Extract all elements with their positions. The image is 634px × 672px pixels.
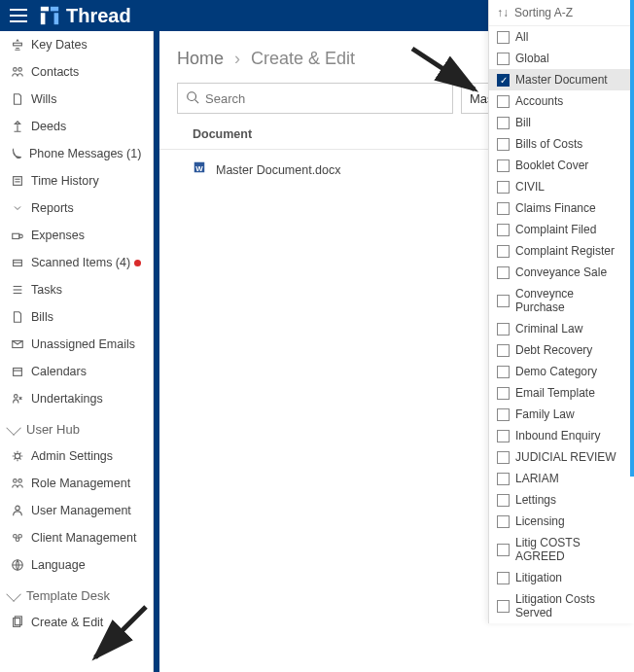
brand: Thread bbox=[39, 5, 131, 27]
sidebar-item-label: Role Management bbox=[31, 477, 130, 490]
checkbox-icon bbox=[497, 295, 510, 307]
filter-option[interactable]: Claims Finance bbox=[489, 197, 634, 219]
filter-option-label: Inbound Enquiry bbox=[515, 429, 600, 442]
sidebar-item-label: Undertakings bbox=[31, 392, 103, 406]
sidebar-item-label: Reports bbox=[31, 201, 74, 215]
filter-option[interactable]: ✓Master Document bbox=[489, 69, 634, 90]
sidebar-item[interactable]: Tasks bbox=[0, 276, 153, 303]
filter-option[interactable]: Accounts bbox=[489, 90, 634, 112]
svg-rect-2 bbox=[51, 7, 58, 12]
filter-option-label: Demo Category bbox=[515, 365, 597, 378]
sidebar-section-header[interactable]: User Hub bbox=[0, 412, 153, 442]
sidebar-item-label: Language bbox=[31, 558, 86, 572]
sidebar-item[interactable]: User Management bbox=[0, 497, 153, 524]
filter-option-label: Litigation bbox=[515, 571, 562, 584]
checkbox-icon bbox=[497, 181, 510, 194]
sidebar-item-label: Wills bbox=[31, 92, 56, 106]
filter-option[interactable]: Family Law bbox=[489, 404, 634, 425]
svg-point-27 bbox=[16, 538, 19, 542]
filter-option[interactable]: Lettings bbox=[489, 489, 634, 511]
filter-option[interactable]: Inbound Enquiry bbox=[489, 425, 634, 446]
checkbox-icon bbox=[497, 572, 510, 584]
sidebar-item-icon bbox=[10, 364, 25, 379]
sidebar-item[interactable]: Calendars bbox=[0, 358, 153, 385]
filter-option[interactable]: Debt Recovery bbox=[489, 339, 634, 361]
sidebar-item-label: Admin Settings bbox=[31, 449, 113, 463]
checkbox-icon bbox=[497, 224, 510, 236]
filter-option[interactable]: Booklet Cover bbox=[489, 155, 634, 176]
filter-option[interactable]: Litigation bbox=[489, 567, 634, 588]
filter-option[interactable]: CIVIL bbox=[489, 176, 634, 197]
breadcrumb-root[interactable]: Home bbox=[177, 49, 224, 68]
filter-option[interactable]: Criminal Law bbox=[489, 318, 634, 339]
filter-option-label: Conveyance Sale bbox=[515, 265, 607, 279]
column-document[interactable]: Document bbox=[193, 127, 500, 141]
filter-option[interactable]: Litig COSTS AGREED bbox=[489, 532, 634, 567]
search-field[interactable] bbox=[205, 91, 444, 106]
filter-option[interactable]: Complaint Register bbox=[489, 240, 634, 262]
filter-option-label: Litig COSTS AGREED bbox=[515, 536, 626, 563]
filter-option[interactable]: Demo Category bbox=[489, 361, 634, 382]
scrollbar[interactable] bbox=[630, 0, 634, 477]
filter-option-label: Booklet Cover bbox=[515, 159, 588, 172]
filter-option[interactable]: Conveyance Sale bbox=[489, 262, 634, 283]
sidebar-item[interactable]: Wills bbox=[0, 86, 153, 113]
checkbox-icon bbox=[497, 245, 510, 258]
checkbox-icon: ✓ bbox=[497, 74, 510, 87]
sort-toggle[interactable]: ↑↓ Sorting A-Z bbox=[489, 0, 634, 26]
sidebar-item[interactable]: Expenses bbox=[0, 222, 153, 249]
hamburger-menu-icon[interactable] bbox=[10, 7, 27, 24]
svg-rect-0 bbox=[41, 7, 49, 12]
svg-point-23 bbox=[18, 479, 22, 483]
sidebar-item[interactable]: Phone Messages (1) bbox=[0, 140, 153, 167]
sidebar-item-label: Expenses bbox=[31, 229, 85, 242]
sort-icon: ↑↓ bbox=[497, 6, 509, 19]
filter-option[interactable]: Email Template bbox=[489, 382, 634, 404]
svg-point-25 bbox=[14, 535, 18, 539]
search-input[interactable] bbox=[177, 83, 453, 114]
sidebar-item[interactable]: Undertakings bbox=[0, 385, 153, 412]
filter-option-label: Bills of Costs bbox=[515, 137, 582, 151]
svg-point-20 bbox=[15, 395, 18, 399]
filter-option[interactable]: Conveynce Purchase bbox=[489, 283, 634, 318]
sidebar-item[interactable]: Contacts bbox=[0, 58, 153, 86]
filter-option[interactable]: LARIAM bbox=[489, 468, 634, 489]
sidebar-item[interactable]: Reports bbox=[0, 195, 153, 222]
sidebar-item-icon bbox=[10, 476, 25, 491]
sidebar-item-label: User Management bbox=[31, 504, 131, 517]
sidebar-item[interactable]: Bills bbox=[0, 303, 153, 331]
sidebar-section-header[interactable]: Template Desk bbox=[0, 579, 153, 609]
filter-option[interactable]: All bbox=[489, 26, 634, 48]
sidebar-item[interactable]: Unassigned Emails bbox=[0, 331, 153, 358]
checkbox-icon bbox=[497, 430, 510, 442]
sidebar-item[interactable]: Scanned Items (4) bbox=[0, 249, 153, 276]
document-name: Master Document.docx bbox=[216, 163, 341, 177]
filter-option[interactable]: Litigation Costs Served bbox=[489, 588, 634, 623]
filter-option[interactable]: Bills of Costs bbox=[489, 133, 634, 155]
filter-option-label: Claims Finance bbox=[515, 201, 596, 215]
filter-option[interactable]: Complaint Filed bbox=[489, 219, 634, 240]
sidebar-item[interactable]: Language bbox=[0, 551, 153, 579]
filter-option[interactable]: JUDICIAL REVIEW bbox=[489, 446, 634, 468]
sidebar-item-icon bbox=[10, 119, 25, 134]
filter-option[interactable]: Global bbox=[489, 48, 634, 69]
filter-option-label: Email Template bbox=[515, 386, 595, 400]
sidebar-item-label: Contacts bbox=[31, 65, 79, 79]
sidebar-item[interactable]: Create & Edit bbox=[0, 609, 153, 636]
sidebar-item[interactable]: Key Dates bbox=[0, 31, 153, 58]
filter-option-label: JUDICIAL REVIEW bbox=[515, 450, 616, 464]
svg-point-24 bbox=[16, 506, 19, 510]
sidebar-item[interactable]: Deeds bbox=[0, 113, 153, 140]
sidebar-item-icon bbox=[10, 391, 25, 407]
sidebar-item-icon bbox=[10, 557, 25, 573]
sidebar-item[interactable]: Admin Settings bbox=[0, 442, 153, 470]
filter-option[interactable]: Licensing bbox=[489, 511, 634, 532]
sidebar-item-icon bbox=[10, 448, 25, 464]
sidebar-item[interactable]: Client Management bbox=[0, 524, 153, 551]
sidebar-item[interactable]: Role Management bbox=[0, 470, 153, 497]
sidebar-item-icon bbox=[10, 200, 25, 216]
sidebar-item[interactable]: Time History bbox=[0, 167, 153, 195]
svg-point-26 bbox=[18, 535, 22, 539]
filter-option-label: Litigation Costs Served bbox=[515, 592, 626, 619]
filter-option[interactable]: Bill bbox=[489, 112, 634, 133]
